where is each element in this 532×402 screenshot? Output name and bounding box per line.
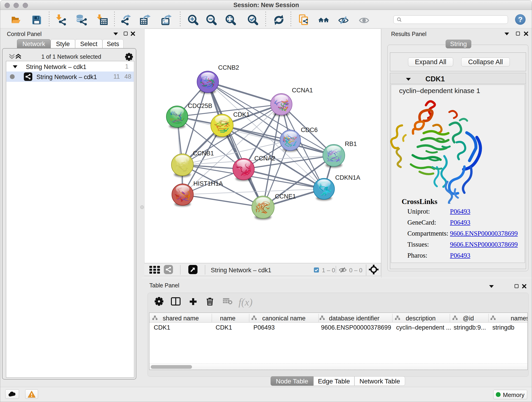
svg-text:CCNA2: CCNA2: [254, 155, 275, 162]
svg-text:RB1: RB1: [345, 140, 357, 147]
svg-text:CCNA1: CCNA1: [292, 87, 313, 94]
svg-text:CCNE1: CCNE1: [275, 193, 296, 200]
svg-text:CDK1: CDK1: [233, 111, 250, 118]
svg-text:CCNB1: CCNB1: [193, 150, 214, 157]
svg-text:CCNB2: CCNB2: [218, 64, 239, 71]
svg-text:CDC6: CDC6: [301, 127, 318, 133]
svg-text:HIST1H1A: HIST1H1A: [193, 180, 223, 187]
svg-text:CDKN1A: CDKN1A: [335, 174, 360, 181]
svg-text:CDC25B: CDC25B: [188, 102, 212, 109]
